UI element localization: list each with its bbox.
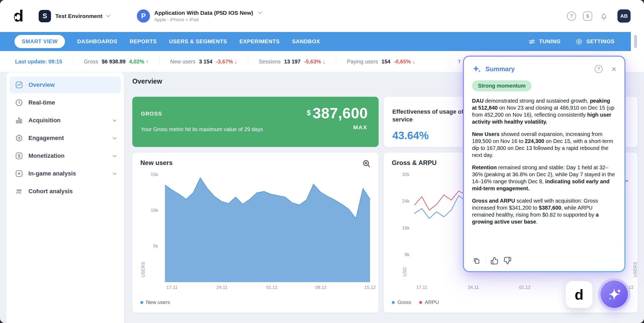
main-nav: SMART VIEW DASHBOARDS REPORTS USERS & SE… [0, 32, 644, 51]
divider [73, 58, 73, 66]
summary-header: Summary ? × [472, 64, 616, 74]
legend-gross[interactable]: Gross [392, 299, 411, 305]
sidebar-item-engagement[interactable]: Engagement [10, 130, 121, 146]
cohort-icon [14, 187, 24, 196]
sidebar-item-label: Acquisition [28, 117, 61, 124]
application-name: Application With Data (P5D IOS New) [154, 10, 253, 16]
environment-switcher[interactable]: S Test Environment [39, 0, 110, 32]
help-icon[interactable]: ? [595, 65, 603, 73]
application-switcher[interactable]: P Application With Data (P5D IOS New) Ap… [137, 0, 262, 32]
legend-dot [140, 301, 143, 304]
gross-highlight-card: GROSS Your Gross metric hit its maximum … [132, 97, 379, 147]
tab-smart-view[interactable]: SMART VIEW [14, 35, 65, 48]
chevron-down-icon [258, 10, 262, 14]
legend-dot [392, 301, 395, 304]
devtodev-logo[interactable]: d [13, 8, 28, 25]
scrollbar-thumb[interactable] [634, 35, 637, 48]
divider [336, 58, 336, 66]
thumbs-up-icon[interactable] [491, 257, 499, 265]
legend-label: Gross [397, 299, 411, 305]
sidebar-item-label: Monetization [28, 152, 64, 159]
sparkles-icon [472, 64, 482, 74]
ai-assistant-button[interactable] [601, 281, 628, 308]
sidebar-item-overview[interactable]: Overview [10, 77, 121, 93]
copy-icon[interactable] [473, 257, 481, 265]
divider [485, 257, 486, 264]
metric-label: New users [170, 59, 195, 65]
divider [450, 58, 450, 66]
bar-chart-icon [14, 116, 24, 125]
tab-users-segments[interactable]: USERS & SEGMENTS [169, 38, 227, 45]
summary-paragraphs: DAU demonstrated strong and sustained gr… [472, 97, 616, 225]
tuning-icon [528, 38, 536, 46]
thumbs-down-icon[interactable] [503, 257, 511, 265]
currency-symbol: $ [307, 109, 311, 117]
metric-label: T [458, 59, 461, 64]
user-avatar[interactable]: AB [617, 9, 631, 23]
gear-icon [575, 38, 583, 46]
metric-gross: Gross $6 938.89 4,02% ↑ [84, 59, 149, 65]
x-tick: 17.11 [411, 285, 433, 290]
tab-reports[interactable]: REPORTS [130, 38, 157, 45]
x-tick: 15.12 [359, 285, 379, 290]
sidebar-item-real-time[interactable]: Real-time [10, 94, 121, 111]
metric-value: 3 154 [199, 59, 213, 65]
summary-title: Summary [485, 65, 515, 73]
billing-icon[interactable]: $ [583, 12, 592, 21]
top-actions: ? $ AB [567, 0, 631, 32]
scrollbar-gutter [631, 32, 644, 51]
tab-experiments[interactable]: EXPERIMENTS [239, 38, 280, 45]
new-users-chart-card: New users 15k 10k 5k USERS 17.11 24.11 0… [132, 153, 379, 313]
environment-logo: S [39, 10, 51, 22]
tab-sandbox[interactable]: SANDBOX [292, 38, 320, 45]
metric-sessions: Sessions 13 197 -5,63% ↓ [259, 59, 325, 65]
settings-label: SETTINGS [586, 38, 614, 45]
zoom-in-icon[interactable] [362, 159, 372, 169]
clock-icon [14, 98, 24, 107]
metric-change: -3,67% ↓ [216, 59, 237, 65]
chevron-down-icon [113, 153, 116, 157]
settings-button[interactable]: SETTINGS [575, 38, 614, 46]
gross-card-value: $ 387,600 [307, 105, 368, 121]
chevron-down-icon [106, 13, 111, 17]
metric-value: 154 [382, 59, 390, 65]
sidebar-item-acquisition[interactable]: Acquisition [10, 112, 121, 129]
overview-icon [14, 80, 24, 89]
environment-name: Test Environment [55, 13, 103, 19]
in-game-icon [14, 169, 24, 178]
dollar-icon: $ [14, 151, 24, 160]
metric-cutoff: T [450, 51, 461, 72]
legend-label: ARPU [425, 299, 439, 305]
notifications-bell-icon[interactable] [599, 12, 608, 21]
sidebar-item-monetization[interactable]: $ Monetization [10, 148, 121, 164]
x-tick: 24.11 [211, 285, 233, 290]
app-window: d S Test Environment P Application With … [0, 0, 644, 323]
metric-label: Sessions [259, 59, 281, 65]
x-tick: 01.12 [261, 285, 283, 290]
legend-new-users[interactable]: New users [140, 299, 170, 305]
help-icon[interactable]: ? [567, 12, 576, 21]
engagement-icon [14, 134, 24, 143]
tab-dashboards[interactable]: DASHBOARDS [77, 38, 117, 45]
tuning-button[interactable]: TUNING [528, 38, 561, 46]
page-title: Overview [132, 77, 162, 85]
chevron-down-icon [113, 135, 116, 139]
gross-card-max-label: MAX [353, 124, 367, 131]
devtodev-logo-notch [15, 16, 18, 20]
svg-text:$: $ [18, 154, 20, 158]
close-icon[interactable]: × [611, 65, 616, 73]
summary-footer [473, 257, 511, 265]
legend-arpu[interactable]: ARPU [419, 299, 439, 305]
sidebar-item-in-game-analysis[interactable]: In-game analysis [10, 165, 121, 182]
sidebar-item-cohort-analysis[interactable]: Cohort analysis [10, 183, 121, 200]
ai-summary-popup: Summary ? × Strong momentum DAU demonstr… [463, 56, 625, 272]
sparkles-icon [605, 285, 623, 303]
divider [248, 58, 248, 66]
sidebar-item-label: Engagement [28, 135, 64, 142]
devtodev-fab[interactable]: d [566, 281, 592, 308]
effectiveness-value: 43.64% [392, 130, 429, 142]
x-tick: 01.12 [514, 285, 536, 290]
legend-dot [419, 301, 422, 304]
chart-title: New users [140, 159, 173, 167]
top-bar: d S Test Environment P Application With … [0, 0, 644, 32]
